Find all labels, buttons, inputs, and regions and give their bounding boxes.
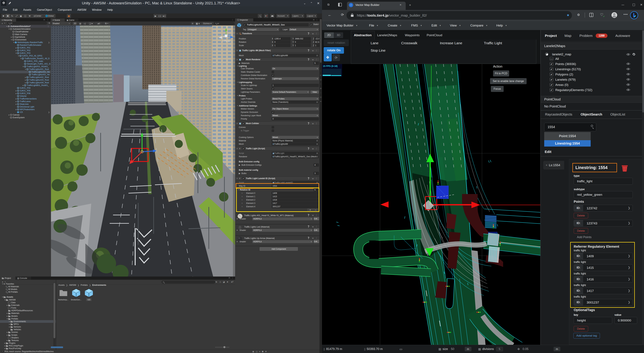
svg-text:y: y xyxy=(226,26,228,28)
svg-text:< Persp: < Persp xyxy=(222,40,230,42)
